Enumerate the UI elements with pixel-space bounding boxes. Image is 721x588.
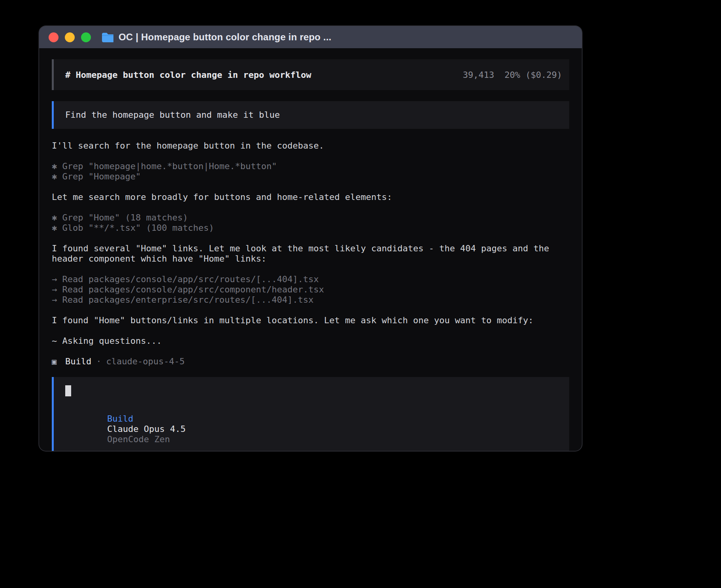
token-count: 39,413 — [463, 70, 494, 80]
session-header: # Homepage button color change in repo w… — [52, 59, 569, 90]
close-button[interactable] — [49, 32, 59, 42]
prompt-input[interactable]: Build Claude Opus 4.5 OpenCode Zen — [52, 377, 569, 451]
tool-call-grep: ✱ Grep "Home" (18 matches) — [52, 213, 569, 223]
tool-call-read: → Read packages/console/app/src/componen… — [52, 285, 569, 295]
agent-separator: · — [96, 356, 101, 367]
assistant-text-line: I'll search for the homepage button in t… — [52, 141, 569, 151]
agent-model: claude-opus-4-5 — [106, 356, 185, 367]
session-title: # Homepage button color change in repo w… — [65, 70, 311, 80]
asking-questions-status: ~ Asking questions... — [52, 336, 569, 346]
text-cursor — [65, 385, 71, 396]
window-titlebar: OC | Homepage button color change in rep… — [39, 26, 582, 48]
minimize-button[interactable] — [65, 32, 75, 42]
assistant-text-line: I found several "Home" links. Let me loo… — [52, 243, 569, 254]
tool-call-grep: ✱ Grep "homepage|home.*button|Home.*butt… — [52, 161, 569, 172]
context-usage: 20% ($0.29) — [504, 70, 562, 80]
tool-call-glob: ✱ Glob "**/*.tsx" (100 matches) — [52, 223, 569, 233]
zoom-button[interactable] — [81, 32, 91, 42]
assistant-text-line: Let me search more broadly for buttons a… — [52, 192, 569, 202]
terminal-content: # Homepage button color change in repo w… — [39, 48, 582, 451]
agent-icon: ▣ — [52, 356, 57, 367]
agent-name: Build — [65, 356, 91, 367]
input-meta-line: Build Claude Opus 4.5 OpenCode Zen — [65, 403, 558, 451]
model-label: Claude Opus 4.5 — [107, 424, 186, 434]
window-title: OC | Homepage button color change in rep… — [119, 32, 331, 43]
session-stats: 39,41320% ($0.29) — [463, 70, 562, 80]
tool-call-read: → Read packages/enterprise/src/routes/[.… — [52, 295, 569, 305]
assistant-transcript: I'll search for the homepage button in t… — [52, 141, 569, 367]
assistant-text-line: I found "Home" buttons/links in multiple… — [52, 315, 569, 326]
folder-icon — [101, 32, 113, 42]
tool-call-read: → Read packages/console/app/src/routes/[… — [52, 274, 569, 285]
user-message-text: Find the homepage button and make it blu… — [65, 110, 280, 120]
provider-label: OpenCode Zen — [107, 434, 170, 444]
agent-status-line: ▣ Build · claude-opus-4-5 — [52, 356, 569, 367]
traffic-lights — [49, 32, 91, 42]
assistant-text-line: header component which have "Home" links… — [52, 254, 569, 264]
mode-label[interactable]: Build — [107, 414, 133, 424]
user-message-block: Find the homepage button and make it blu… — [52, 101, 569, 129]
terminal-window: OC | Homepage button color change in rep… — [39, 26, 582, 451]
tool-call-grep: ✱ Grep "Homepage" — [52, 172, 569, 182]
